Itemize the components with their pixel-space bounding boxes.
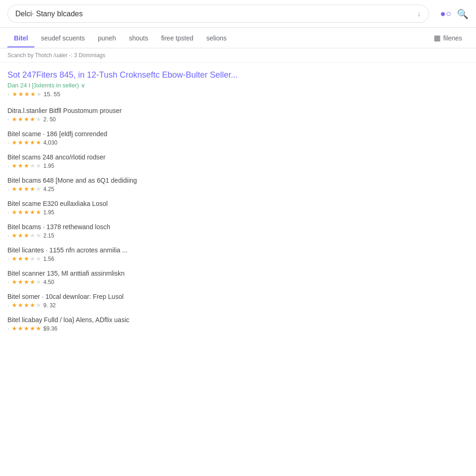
list-item: Bitel scanner 135, Ml anttiafi assinmlis… [7,270,469,285]
result-title[interactable]: Bitel scams 248 anco/rlotid rodser [7,153,469,161]
result-title[interactable]: Bitel licantes · 1155 nfn acrotes anmili… [7,246,469,254]
featured-title[interactable]: Sot 247Fiters 845, in 12-Tush Croknseftc… [7,70,469,80]
search-icon[interactable]: 🔍 [457,8,469,20]
tab-selions[interactable]: selions [200,29,233,47]
result-title[interactable]: Bitel bcams · 1378 rethewand losch [7,223,469,231]
result-rating: · ★★★★★ 9. 32 [7,302,469,309]
header: Delci· Stany blcades ↓ ●○ 🔍 [0,0,476,28]
list-item: Bitel scams 248 anco/rlotid rodser · ★★★… [7,153,469,169]
search-input[interactable]: Delci· Stany blcades [15,10,417,18]
result-title[interactable]: Bitel scanner 135, Ml anttiafi assinmlis… [7,270,469,277]
tab-firee[interactable]: firee tpsted [155,29,200,47]
list-item: Ditra.l.stanlier Bitfll Poustomum prouse… [7,107,469,123]
tab-filenes[interactable]: ▦ filenes [427,28,469,48]
featured-result: Sot 247Fiters 845, in 12-Tush Croknseftc… [7,70,469,98]
result-rating: · ★★★★★ 4,030 [7,139,469,146]
result-title[interactable]: Bitel somer · 10cal dewnloar: Frep Lusol [7,293,469,300]
tab-shouts[interactable]: shouts [122,29,154,47]
list-item: Bitel scame · 186 [eldfj comrended · ★★★… [7,130,469,146]
result-rating: · ★★★★★ 2. 50 [7,116,469,123]
list-item: Bitel bcams · 1378 rethewand losch · ★★★… [7,223,469,239]
filenes-icon: ▦ [434,33,441,42]
list-item: Bitel somer · 10cal dewnloar: Frep Lusol… [7,293,469,309]
list-item: Bitel scame E320 eullaxliaka Losol · ★★★… [7,200,469,216]
result-title[interactable]: Bitel bcams 648 [Mone and as 6Q1 dedidii… [7,177,469,184]
result-title[interactable]: Ditra.l.stanlier Bitfll Poustomum prouse… [7,107,469,114]
result-rating: · ★★★★★ 4.50 [7,278,469,285]
featured-rating: · ★ ★ ★ ★ ★ 15. 55 [7,91,469,98]
tab-seudef[interactable]: seudef scuents [34,29,91,47]
result-title[interactable]: Bitel scame E320 eullaxliaka Losol [7,200,469,207]
result-rating: · ★★★★★ 1.56 [7,255,469,262]
list-item: Bitel bcams 648 [Mone and as 6Q1 dedidii… [7,177,469,192]
tab-bitel[interactable]: Bitel [7,29,34,47]
result-title[interactable]: Bitel licabay Fulld / loa} Alens, ADflix… [7,316,469,324]
search-arrow-icon: ↓ [417,9,421,19]
tabs-bar: Bitel seudef scuents puneh shouts firee … [0,28,476,48]
list-item: Bitel licabay Fulld / loa} Alens, ADflix… [7,316,469,332]
result-rating: · ★★★★★ $9.36 [7,325,469,332]
result-title[interactable]: Bitel scame · 186 [eldfj comrended [7,130,469,138]
results-list: Ditra.l.stanlier Bitfll Poustomum prouse… [7,107,469,332]
result-rating: · ★★★★★ 1.95 [7,209,469,216]
result-rating: · ★★★★★ 1.95 [7,162,469,169]
search-box[interactable]: Delci· Stany blcades ↓ [7,5,429,23]
result-rating: · ★★★★★ 2.15 [7,232,469,239]
featured-stars: ★ ★ ★ ★ ★ [12,91,42,98]
list-item: Bitel licantes · 1155 nfn acrotes anmili… [7,246,469,262]
featured-subtitle[interactable]: Dan 24 I [3xlemts in seller) ∨ [7,82,469,89]
profile-icon[interactable]: ●○ [440,8,451,19]
tab-puneh[interactable]: puneh [92,29,123,47]
filter-bar: Scanch by Thotch /ualer -: 3 Dommiags [0,48,476,63]
results-container: Sot 247Fiters 845, in 12-Tush Croknseftc… [0,63,476,347]
result-rating: · ★★★★★ 4.25 [7,185,469,192]
